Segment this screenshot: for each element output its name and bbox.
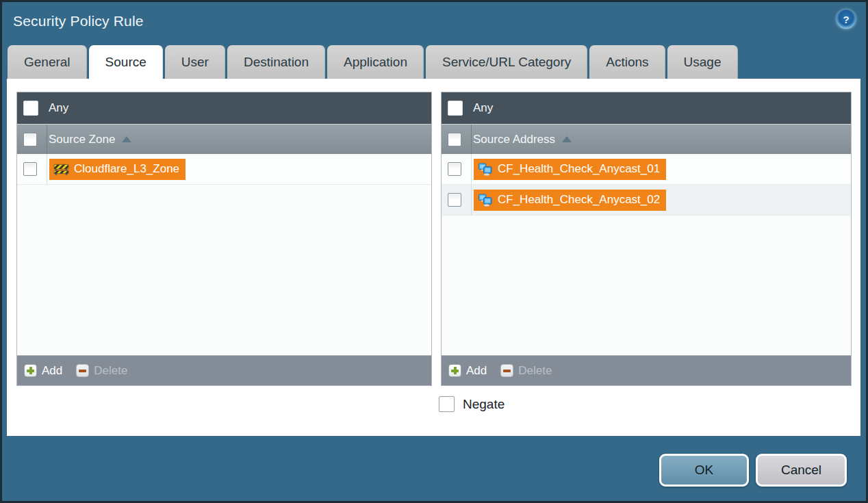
tab-application[interactable]: Application	[327, 45, 424, 79]
negate-checkbox[interactable]	[439, 396, 455, 412]
add-label: Add	[42, 364, 62, 378]
tab-bar: General Source User Destination Applicat…	[8, 45, 738, 79]
add-button[interactable]: Add	[24, 364, 62, 378]
row-checkbox[interactable]	[23, 162, 37, 176]
delete-label: Delete	[518, 364, 552, 378]
ok-button[interactable]: OK	[659, 454, 749, 487]
row-checkbox[interactable]	[448, 193, 461, 207]
delete-button[interactable]: Delete	[76, 364, 127, 378]
row-checkbox-cell	[442, 185, 472, 215]
source-zone-footer: Add Delete	[17, 355, 431, 385]
source-zone-column-title: Source Zone	[49, 133, 115, 146]
sort-ascending-icon[interactable]	[122, 136, 131, 142]
row-checkbox-cell	[17, 154, 47, 184]
minus-icon	[500, 364, 513, 377]
tab-content-source: Any Source Zone	[7, 79, 860, 436]
source-address-any-checkbox[interactable]	[448, 101, 463, 116]
zone-icon	[53, 163, 69, 176]
cancel-button[interactable]: Cancel	[756, 454, 847, 487]
address-tag[interactable]: CF_Health_Check_Anycast_02	[474, 190, 666, 211]
add-label: Add	[466, 364, 487, 378]
negate-label: Negate	[463, 397, 505, 412]
address-icon	[478, 163, 493, 176]
source-address-select-all-checkbox[interactable]	[448, 133, 461, 146]
row-checkbox[interactable]	[448, 162, 461, 176]
source-address-any-label: Any	[473, 101, 493, 115]
source-zone-rows: Cloudflare_L3_Zone	[17, 154, 431, 355]
tab-actions[interactable]: Actions	[589, 45, 665, 79]
tab-usage[interactable]: Usage	[667, 45, 738, 79]
source-zone-any-checkbox[interactable]	[23, 101, 38, 116]
delete-button[interactable]: Delete	[500, 364, 552, 378]
help-icon[interactable]: ?	[837, 10, 856, 29]
zone-tag[interactable]: Cloudflare_L3_Zone	[49, 159, 186, 180]
table-row[interactable]: CF_Health_Check_Anycast_02	[442, 185, 851, 216]
address-tag[interactable]: CF_Health_Check_Anycast_01	[474, 159, 666, 180]
source-zone-any-bar: Any	[17, 92, 431, 124]
address-icon	[478, 194, 493, 207]
source-address-panel: Any Source Address	[441, 92, 852, 386]
tab-destination[interactable]: Destination	[227, 45, 325, 79]
plus-icon	[24, 364, 37, 377]
tab-user[interactable]: User	[165, 45, 225, 79]
sort-ascending-icon[interactable]	[562, 136, 572, 142]
select-all-cell	[17, 125, 47, 154]
dialog-titlebar: Security Policy Rule ?	[2, 2, 866, 44]
negate-row: Negate	[439, 396, 505, 412]
tab-general[interactable]: General	[8, 45, 87, 79]
plus-icon	[448, 364, 461, 377]
tab-source[interactable]: Source	[89, 45, 163, 79]
screenshot-stage: Security Policy Rule ? General Source Us…	[0, 0, 868, 503]
source-address-footer: Add Delete	[442, 355, 851, 385]
dialog-title: Security Policy Rule	[13, 13, 144, 29]
address-name: CF_Health_Check_Anycast_01	[498, 162, 660, 176]
source-address-any-bar: Any	[442, 92, 851, 124]
source-address-rows: CF_Health_Check_Anycast_01	[442, 154, 851, 355]
table-row[interactable]: Cloudflare_L3_Zone	[17, 154, 431, 185]
source-address-column-header[interactable]: Source Address	[442, 124, 851, 154]
source-zone-column-header[interactable]: Source Zone	[17, 124, 431, 154]
source-zone-select-all-checkbox[interactable]	[23, 133, 37, 146]
delete-label: Delete	[94, 364, 127, 378]
source-zone-any-label: Any	[49, 101, 68, 115]
zone-name: Cloudflare_L3_Zone	[74, 162, 179, 176]
select-all-cell	[442, 125, 472, 154]
row-checkbox-cell	[442, 154, 472, 184]
table-row[interactable]: CF_Health_Check_Anycast_01	[442, 154, 851, 185]
minus-icon	[76, 364, 89, 377]
tab-service-url-category[interactable]: Service/URL Category	[426, 45, 587, 79]
security-policy-rule-dialog: Security Policy Rule ? General Source Us…	[0, 0, 868, 503]
add-button[interactable]: Add	[448, 364, 487, 378]
address-name: CF_Health_Check_Anycast_02	[498, 193, 660, 207]
source-address-column-title: Source Address	[473, 133, 555, 146]
source-zone-panel: Any Source Zone	[16, 92, 432, 386]
